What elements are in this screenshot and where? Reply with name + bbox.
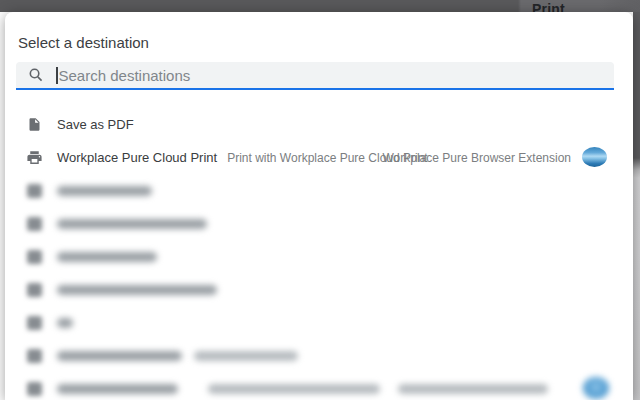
background-print-title: Print — [532, 1, 565, 12]
destination-workplace-pure-cloud-print[interactable]: Workplace Pure Cloud Print Print with Wo… — [5, 141, 633, 174]
redacted-text — [57, 252, 157, 262]
redacted-text — [57, 219, 207, 229]
printer-icon-blurred — [27, 316, 42, 330]
dimmed-background-right-strip — [633, 12, 640, 400]
pdf-icon — [24, 115, 44, 135]
destination-redacted-6[interactable] — [5, 339, 633, 372]
destination-save-as-pdf[interactable]: Save as PDF — [5, 108, 633, 141]
redacted-text — [57, 186, 152, 196]
printer-icon-blurred — [27, 250, 42, 264]
dialog-title: Select a destination — [18, 34, 149, 51]
destination-redacted-1[interactable] — [5, 174, 633, 207]
destination-redacted-5[interactable] — [5, 306, 633, 339]
printer-icon-blurred — [27, 382, 42, 396]
destination-redacted-7[interactable] — [5, 372, 633, 400]
redacted-text — [57, 351, 182, 361]
destination-redacted-3[interactable] — [5, 240, 633, 273]
destination-name: Workplace Pure Cloud Print — [57, 150, 217, 165]
search-destinations-field[interactable] — [16, 62, 614, 90]
extension-sphere-icon — [582, 147, 607, 167]
printer-icon — [24, 148, 44, 168]
search-icon — [28, 67, 44, 83]
printer-icon-blurred — [27, 349, 42, 363]
destination-list: Save as PDF Workplace Pure Cloud Print P… — [5, 108, 633, 400]
redacted-text — [57, 318, 73, 328]
redacted-text — [57, 384, 178, 394]
redacted-description — [208, 384, 380, 394]
printer-icon-blurred — [27, 217, 42, 231]
dimmed-background-header: Print — [0, 0, 640, 12]
redacted-description — [194, 351, 298, 361]
printer-icon-blurred — [27, 283, 42, 297]
redacted-badge-label — [398, 384, 548, 394]
printer-icon-blurred — [27, 184, 42, 198]
extension-badge-label: Workplace Pure Browser Extension — [382, 151, 571, 165]
destination-redacted-2[interactable] — [5, 207, 633, 240]
extension-sphere-icon-blurred — [583, 377, 609, 399]
destination-redacted-4[interactable] — [5, 273, 633, 306]
destination-name: Save as PDF — [57, 117, 134, 132]
select-destination-dialog: Select a destination Save as PDF — [5, 12, 633, 400]
redacted-text — [57, 285, 217, 295]
search-input[interactable] — [58, 65, 603, 85]
